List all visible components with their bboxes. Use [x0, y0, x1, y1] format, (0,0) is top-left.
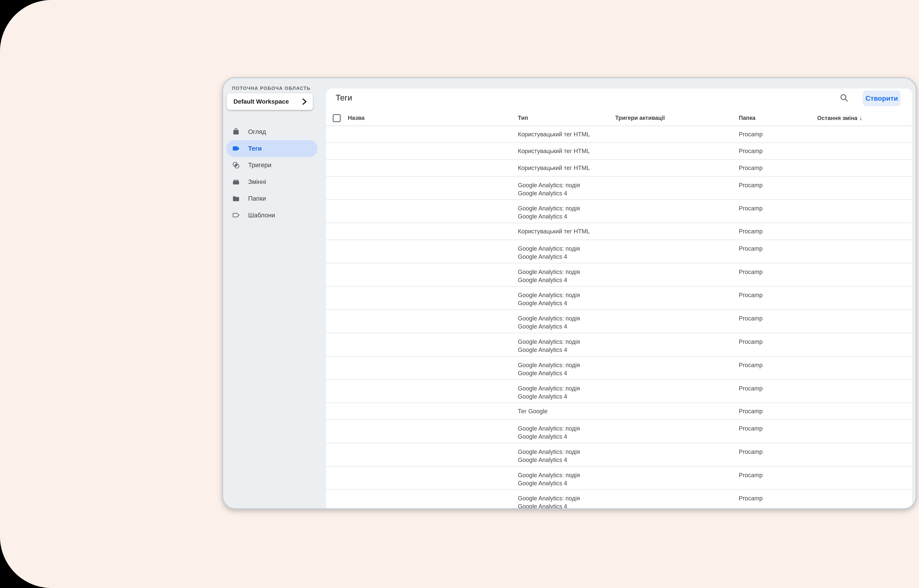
table-row[interactable]: Google Analytics: подіяGoogle Analytics … [326, 333, 912, 357]
cell-type: Google Analytics: подіяGoogle Analytics … [518, 291, 580, 307]
cell-type: Google Analytics: подіяGoogle Analytics … [518, 448, 580, 464]
cell-folder: Procamp [739, 471, 763, 479]
cell-folder: Procamp [739, 181, 763, 189]
content-panel: Теги Створити Назва Тип Тригери активаці… [326, 89, 912, 508]
sidebar-item-folders[interactable]: Папки [226, 190, 318, 207]
table-row[interactable]: Google Analytics: подіяGoogle Analytics … [326, 420, 912, 443]
cell-folder: Procamp [739, 131, 763, 137]
screenshot-root: ПОТОЧНА РОБОЧА ОБЛАСТЬ Default Workspace… [0, 0, 919, 588]
create-button[interactable]: Створити [863, 90, 901, 106]
sidebar-item-label: Теги [248, 145, 262, 152]
background: ПОТОЧНА РОБОЧА ОБЛАСТЬ Default Workspace… [0, 0, 919, 588]
cell-type: Користувацький тег HTML [518, 165, 590, 171]
cell-type: Google Analytics: подіяGoogle Analytics … [518, 181, 580, 197]
workspace-name: Default Workspace [233, 98, 302, 105]
table-row[interactable]: Google Analytics: подіяGoogle Analytics … [326, 310, 912, 333]
sidebar-item-label: Тригери [248, 162, 271, 169]
cell-folder: Procamp [739, 204, 763, 212]
cell-type: Користувацький тег HTML [518, 131, 590, 137]
workspace-section-label: ПОТОЧНА РОБОЧА ОБЛАСТЬ [232, 86, 311, 91]
table-row[interactable]: Тег GoogleProcamp [326, 403, 912, 420]
sort-desc-icon: ↓ [859, 115, 862, 122]
table-row[interactable]: Користувацький тег HTMLProcamp [326, 143, 912, 160]
trigger-icon [232, 161, 240, 169]
sidebar-item-label: Змінні [248, 178, 266, 186]
cell-folder: Procamp [739, 425, 763, 433]
cell-folder: Procamp [739, 384, 763, 393]
cell-type: Google Analytics: подіяGoogle Analytics … [518, 314, 580, 331]
cell-type: Google Analytics: подіяGoogle Analytics … [518, 471, 580, 487]
column-header-type[interactable]: Тип [518, 115, 528, 121]
cell-folder: Procamp [739, 408, 763, 415]
table-row[interactable]: Google Analytics: подіяGoogle Analytics … [326, 200, 912, 223]
cell-type: Користувацький тег HTML [518, 148, 590, 155]
column-header-folder[interactable]: Папка [739, 115, 756, 121]
sidebar-item-label: Папки [248, 195, 266, 202]
cell-type: Google Analytics: подіяGoogle Analytics … [518, 268, 580, 284]
cell-type: Google Analytics: подіяGoogle Analytics … [518, 338, 580, 354]
cell-type: Користувацький тег HTML [518, 228, 590, 235]
cell-type: Google Analytics: подіяGoogle Analytics … [518, 384, 580, 401]
column-header-last-modified-label: Остання зміна [817, 115, 858, 121]
sidebar-item-variables[interactable]: Змінні [226, 173, 318, 190]
cell-folder: Procamp [739, 228, 763, 235]
cell-type: Google Analytics: подіяGoogle Analytics … [518, 494, 580, 508]
sidebar-item-triggers[interactable]: Тригери [226, 157, 318, 174]
workspace-selector[interactable]: Default Workspace [227, 93, 313, 110]
table-row[interactable]: Google Analytics: подіяGoogle Analytics … [326, 357, 912, 380]
cell-folder: Procamp [739, 494, 763, 502]
sidebar-item-label: Шаблони [248, 212, 275, 219]
cell-folder: Procamp [739, 361, 763, 369]
template-icon [232, 211, 240, 219]
cell-folder: Procamp [739, 314, 763, 323]
table-row[interactable]: Google Analytics: подіяGoogle Analytics … [326, 240, 912, 263]
table-row[interactable]: Google Analytics: подіяGoogle Analytics … [326, 287, 912, 310]
cell-folder: Procamp [739, 268, 763, 276]
sidebar-item-tags[interactable]: Теги [226, 140, 318, 157]
sidebar-item-templates[interactable]: Шаблони [226, 207, 318, 224]
sidebar-item-overview[interactable]: Огляд [226, 123, 318, 140]
column-header-triggers[interactable]: Тригери активації [615, 115, 665, 121]
table-row[interactable]: Google Analytics: подіяGoogle Analytics … [326, 263, 912, 287]
cell-folder: Procamp [739, 148, 763, 155]
tag-icon [232, 144, 240, 152]
cell-folder: Procamp [739, 165, 763, 171]
cell-folder: Procamp [739, 448, 763, 456]
table-row[interactable]: Google Analytics: подіяGoogle Analytics … [326, 177, 912, 200]
gtm-card: ПОТОЧНА РОБОЧА ОБЛАСТЬ Default Workspace… [222, 77, 917, 509]
table-header: Назва Тип Тригери активації Папка Останн… [326, 111, 912, 126]
page-title: Теги [336, 94, 352, 102]
table-row[interactable]: Користувацький тег HTMLProcamp [326, 223, 912, 240]
table-rows: Користувацький тег HTMLProcampКористувац… [326, 126, 912, 508]
table-row[interactable]: Користувацький тег HTMLProcamp [326, 160, 912, 177]
cell-folder: Procamp [739, 291, 763, 299]
table-row[interactable]: Google Analytics: подіяGoogle Analytics … [326, 467, 912, 490]
cell-type: Тег Google [518, 408, 548, 415]
sidebar-item-label: Огляд [248, 128, 266, 136]
cell-folder: Procamp [739, 245, 763, 253]
chevron-right-icon [302, 98, 307, 105]
column-header-name[interactable]: Назва [348, 115, 365, 121]
cell-type: Google Analytics: подіяGoogle Analytics … [518, 245, 580, 261]
search-icon[interactable] [839, 93, 849, 103]
cell-type: Google Analytics: подіяGoogle Analytics … [518, 204, 580, 221]
cell-folder: Procamp [739, 338, 763, 346]
column-header-last-modified[interactable]: Остання зміна ↓ [817, 115, 862, 122]
cell-type: Google Analytics: подіяGoogle Analytics … [518, 425, 580, 441]
overview-icon [232, 128, 240, 136]
table-row[interactable]: Google Analytics: подіяGoogle Analytics … [326, 443, 912, 467]
variable-icon [232, 178, 240, 186]
select-all-checkbox[interactable] [333, 114, 341, 122]
folder-icon [232, 195, 240, 203]
cell-type: Google Analytics: подіяGoogle Analytics … [518, 361, 580, 377]
table-row[interactable]: Google Analytics: подіяGoogle Analytics … [326, 380, 912, 403]
table-row[interactable]: Користувацький тег HTMLProcamp [326, 126, 912, 143]
table-row[interactable]: Google Analytics: подіяGoogle Analytics … [326, 490, 912, 508]
